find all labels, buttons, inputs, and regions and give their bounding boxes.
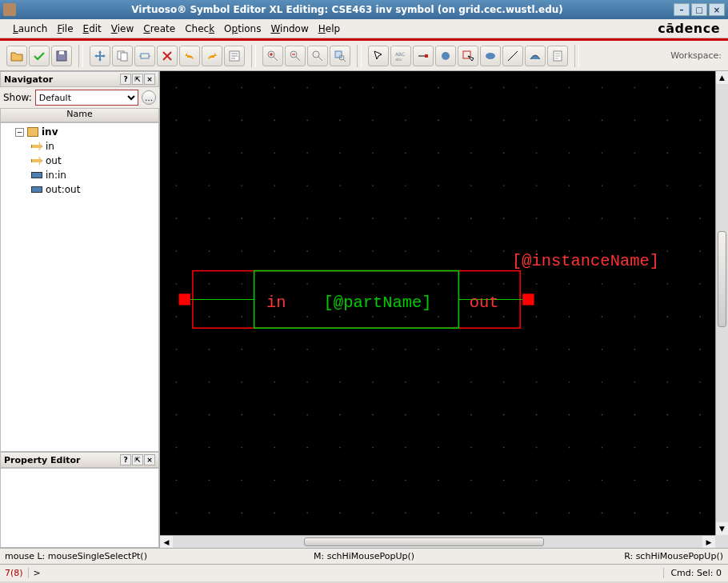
menu-view[interactable]: View bbox=[106, 22, 138, 36]
menu-edit[interactable]: Edit bbox=[78, 22, 106, 36]
navigator-help-button[interactable]: ? bbox=[120, 74, 131, 85]
vscroll-thumb[interactable] bbox=[718, 231, 726, 327]
menu-window[interactable]: Window bbox=[266, 22, 313, 36]
svg-point-92 bbox=[372, 218, 374, 219]
svg-point-59 bbox=[405, 152, 406, 154]
svg-point-175 bbox=[306, 381, 308, 383]
menu-options[interactable]: Options bbox=[219, 22, 266, 36]
close-button[interactable]: × bbox=[709, 3, 725, 16]
zoom-out-button[interactable] bbox=[285, 46, 306, 66]
zoom-in-button[interactable] bbox=[262, 46, 283, 66]
command-prompt[interactable]: > bbox=[29, 568, 664, 578]
svg-point-214 bbox=[470, 447, 472, 449]
tree-pin-in[interactable]: in bbox=[2, 139, 157, 154]
svg-point-41 bbox=[372, 120, 374, 122]
window-title: Virtuoso® Symbol Editor XL Editing: CSE4… bbox=[21, 4, 674, 15]
tree-term-out[interactable]: out:out bbox=[2, 182, 157, 197]
label-button[interactable]: ABCabc bbox=[390, 46, 411, 66]
propedit-close-button[interactable]: × bbox=[144, 454, 155, 465]
maximize-button[interactable]: □ bbox=[691, 3, 707, 16]
navigator-close-button[interactable]: × bbox=[144, 74, 155, 85]
canvas-area: in [@partName] out [@instanceName] ▲ ▼ ◀… bbox=[160, 71, 728, 548]
ellipse-fill-button[interactable] bbox=[480, 46, 501, 66]
scroll-down-arrow[interactable]: ▼ bbox=[716, 522, 728, 535]
svg-point-174 bbox=[274, 381, 275, 383]
svg-point-139 bbox=[241, 316, 242, 317]
workspace-label: Workspace: bbox=[670, 50, 725, 61]
pin-button[interactable] bbox=[413, 46, 434, 66]
svg-point-76 bbox=[405, 185, 406, 186]
delete-button[interactable] bbox=[157, 46, 178, 66]
svg-point-124 bbox=[306, 283, 308, 285]
svg-point-35 bbox=[176, 120, 178, 122]
svg-point-251 bbox=[569, 513, 570, 514]
hscroll-thumb[interactable] bbox=[304, 537, 544, 546]
vertical-scrollbar[interactable]: ▲ ▼ bbox=[715, 71, 728, 535]
show-options-button[interactable]: … bbox=[142, 90, 156, 105]
open-button[interactable] bbox=[6, 46, 27, 66]
minimize-button[interactable]: – bbox=[674, 3, 690, 16]
copy-button[interactable] bbox=[112, 46, 133, 66]
select-button[interactable] bbox=[368, 46, 389, 66]
horizontal-scrollbar[interactable]: ◀ ▶ bbox=[160, 535, 715, 548]
svg-point-104 bbox=[209, 250, 210, 252]
svg-point-191 bbox=[274, 414, 275, 416]
svg-point-91 bbox=[339, 218, 341, 219]
stretch-button[interactable] bbox=[134, 46, 155, 66]
properties-button[interactable] bbox=[224, 46, 245, 66]
partname-label: [@partName] bbox=[324, 293, 432, 312]
svg-point-185 bbox=[634, 381, 636, 383]
svg-text:ABC: ABC bbox=[395, 51, 405, 57]
save-button[interactable] bbox=[51, 46, 72, 66]
mouse-status-bar: mouse L: mouseSingleSelectPt() M: schHiM… bbox=[0, 548, 728, 564]
propedit-help-button[interactable]: ? bbox=[120, 454, 131, 465]
tree-column-header[interactable]: Name bbox=[0, 108, 159, 122]
menu-check[interactable]: Check bbox=[180, 22, 219, 36]
menu-help[interactable]: Help bbox=[314, 22, 345, 36]
move-button[interactable] bbox=[90, 46, 110, 66]
svg-point-225 bbox=[274, 480, 275, 481]
svg-point-126 bbox=[372, 283, 374, 285]
svg-point-243 bbox=[306, 513, 308, 514]
navigator-undock-button[interactable]: ⇱ bbox=[132, 74, 143, 85]
pin-icon bbox=[31, 142, 42, 150]
redo-button[interactable] bbox=[202, 46, 222, 66]
svg-point-14 bbox=[442, 52, 450, 60]
svg-point-101 bbox=[666, 218, 668, 219]
svg-point-68 bbox=[699, 152, 701, 154]
svg-point-204 bbox=[699, 414, 701, 416]
scroll-right-arrow[interactable]: ▶ bbox=[702, 536, 715, 548]
undo-button[interactable] bbox=[179, 46, 200, 66]
tree-root-node[interactable]: − inv bbox=[2, 125, 157, 139]
zoom-fit-button[interactable] bbox=[307, 46, 328, 66]
zoom-area-button[interactable] bbox=[330, 46, 350, 66]
svg-point-52 bbox=[176, 152, 178, 154]
property-editor-body[interactable] bbox=[0, 468, 159, 548]
arc-button[interactable] bbox=[525, 46, 546, 66]
svg-point-16 bbox=[486, 53, 495, 59]
tree-pin-out[interactable]: out bbox=[2, 154, 157, 168]
line-button[interactable] bbox=[502, 46, 523, 66]
menu-file[interactable]: File bbox=[52, 22, 78, 36]
svg-point-93 bbox=[405, 218, 406, 219]
svg-point-203 bbox=[666, 414, 668, 416]
svg-point-49 bbox=[634, 120, 636, 122]
app-icon bbox=[3, 3, 16, 16]
tree-term-in[interactable]: in:in bbox=[2, 168, 157, 182]
show-select[interactable]: Default bbox=[35, 90, 138, 106]
select-shape-button[interactable] bbox=[458, 46, 478, 66]
editor-canvas[interactable]: in [@partName] out [@instanceName] bbox=[160, 71, 728, 548]
menu-launch[interactable]: Launch bbox=[8, 22, 52, 36]
svg-point-226 bbox=[306, 480, 308, 481]
propedit-undock-button[interactable]: ⇱ bbox=[132, 454, 143, 465]
collapse-icon[interactable]: − bbox=[15, 128, 24, 137]
check-save-button[interactable] bbox=[29, 46, 50, 66]
svg-point-197 bbox=[470, 414, 472, 416]
navigator-tree[interactable]: − inv in out in:in out:out bbox=[0, 122, 159, 452]
svg-point-157 bbox=[274, 349, 275, 350]
note-button[interactable] bbox=[547, 46, 568, 66]
scroll-left-arrow[interactable]: ◀ bbox=[160, 536, 173, 548]
circle-fill-button[interactable] bbox=[435, 46, 456, 66]
menu-create[interactable]: Create bbox=[138, 22, 180, 36]
scroll-up-arrow[interactable]: ▲ bbox=[716, 71, 728, 84]
